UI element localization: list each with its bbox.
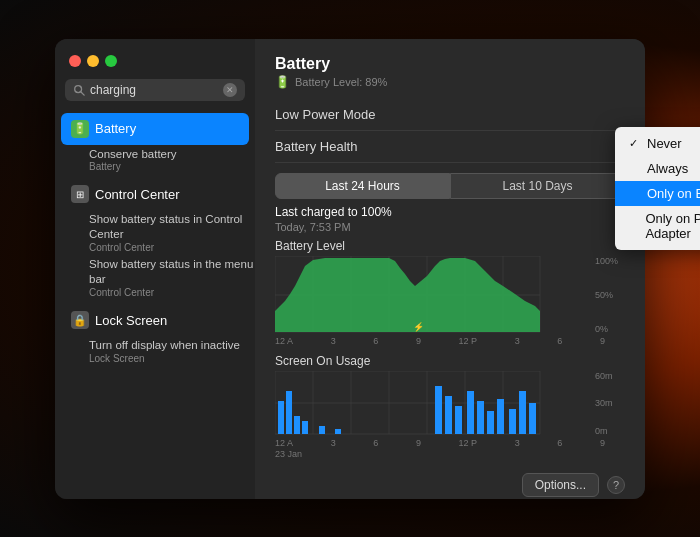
ux-4: 12 P (459, 438, 478, 448)
battery-sidebar-icon: 🔋 (71, 120, 89, 138)
dropdown-menu: ✓ Never Always Only on Battery Only on P… (615, 127, 700, 250)
bx-5: 3 (515, 336, 520, 346)
battery-health-label: Battery Health (275, 139, 357, 154)
svg-rect-39 (509, 409, 516, 434)
svg-rect-29 (302, 421, 308, 434)
svg-rect-37 (487, 411, 494, 434)
last-charged-label: Last charged to 100% (275, 205, 625, 219)
bx-0: 12 A (275, 336, 293, 346)
cc-sub2-desc: Control Center (89, 287, 255, 298)
battery-chart-container: ⚡ 100% 50% 0% 12 A 3 6 9 12 P 3 6 9 (275, 256, 625, 346)
bx-3: 9 (416, 336, 421, 346)
dropdown-item-always[interactable]: Always (615, 156, 700, 181)
usage-chart-container: 60m 30m 0m 12 A 3 6 9 12 P 3 6 9 23 Jan (275, 371, 625, 459)
cc-sub1-desc: Control Center (89, 242, 255, 253)
sidebar-item-lock-label: Lock Screen (95, 313, 167, 328)
lock-screen-sidebar-icon: 🔒 (71, 311, 89, 329)
svg-rect-32 (435, 386, 442, 434)
last-charged-time: Today, 7:53 PM (275, 221, 625, 233)
sidebar-item-lock-screen[interactable]: 🔒 Lock Screen (61, 304, 249, 336)
bx-1: 3 (331, 336, 336, 346)
maximize-button[interactable] (105, 55, 117, 67)
battery-y-labels: 100% 50% 0% (595, 256, 625, 334)
sidebar-item-control-center[interactable]: ⊞ Control Center (61, 178, 249, 210)
time-tabs: Last 24 Hours Last 10 Days (275, 173, 625, 199)
main-window: charging ✕ 🔋 Battery Conserve battery Ba… (55, 39, 645, 499)
traffic-lights (55, 55, 255, 79)
conserve-battery-text: Conserve battery (89, 147, 255, 162)
svg-marker-13 (275, 258, 540, 332)
tab-last-24-hours[interactable]: Last 24 Hours (275, 173, 450, 199)
tab-last-10-days[interactable]: Last 10 Days (450, 173, 625, 199)
sidebar-sub-conserve-battery[interactable]: Conserve battery Battery (55, 145, 255, 175)
help-button[interactable]: ? (607, 476, 625, 494)
sidebar-item-battery[interactable]: 🔋 Battery (61, 113, 249, 145)
bx-7: 9 (600, 336, 605, 346)
svg-rect-38 (497, 399, 504, 434)
conserve-battery-desc: Battery (89, 161, 255, 172)
svg-rect-28 (294, 416, 300, 434)
close-button[interactable] (69, 55, 81, 67)
battery-y-50: 50% (595, 290, 625, 300)
sidebar-sub-cc-2[interactable]: Show battery status in the menu bar Cont… (55, 255, 255, 300)
usage-y-0: 0m (595, 426, 625, 436)
usage-chart (275, 371, 560, 436)
ux-5: 3 (515, 438, 520, 448)
battery-level-chart-label: Battery Level (275, 239, 625, 253)
battery-y-100: 100% (595, 256, 625, 266)
search-bar[interactable]: charging ✕ (65, 79, 245, 101)
dropdown-item-never[interactable]: ✓ Never (615, 131, 700, 156)
ux-3: 9 (416, 438, 421, 448)
sidebar-sub-lock-1[interactable]: Turn off display when inactive Lock Scre… (55, 336, 255, 366)
search-clear-button[interactable]: ✕ (223, 83, 237, 97)
bx-4: 12 P (459, 336, 478, 346)
usage-y-60: 60m (595, 371, 625, 381)
dropdown-label-always: Always (647, 161, 688, 176)
chart-date-label: 23 Jan (275, 449, 625, 459)
svg-rect-27 (286, 391, 292, 434)
usage-chart-label: Screen On Usage (275, 354, 625, 368)
dropdown-item-power-adapter[interactable]: Only on Power Adapter (615, 206, 700, 246)
bottom-bar: Options... ? (275, 467, 625, 497)
ux-2: 6 (373, 438, 378, 448)
ux-6: 6 (557, 438, 562, 448)
bx-2: 6 (373, 336, 378, 346)
low-power-mode-row: Low Power Mode (275, 99, 625, 131)
usage-y-labels: 60m 30m 0m (595, 371, 625, 436)
sidebar-item-battery-header: 🔋 Battery (71, 117, 239, 141)
dropdown-item-only-battery[interactable]: Only on Battery (615, 181, 700, 206)
lock-sub1-text: Turn off display when inactive (89, 338, 255, 353)
svg-rect-35 (467, 391, 474, 434)
sidebar-item-cc-header: ⊞ Control Center (71, 182, 239, 206)
cc-sub1-text: Show battery status in Control Center (89, 212, 255, 242)
options-button[interactable]: Options... (522, 473, 599, 497)
search-input[interactable]: charging (90, 83, 218, 97)
svg-text:⚡: ⚡ (413, 321, 425, 333)
battery-level-chart: ⚡ (275, 256, 560, 334)
battery-x-labels: 12 A 3 6 9 12 P 3 6 9 (275, 336, 625, 346)
sidebar-item-cc-label: Control Center (95, 187, 180, 202)
battery-health-row: Battery Health (275, 131, 625, 163)
sidebar: charging ✕ 🔋 Battery Conserve battery Ba… (55, 39, 255, 499)
main-content: Battery 🔋 Battery Level: 89% Low Power M… (255, 39, 645, 499)
ux-1: 3 (331, 438, 336, 448)
lock-sub1-desc: Lock Screen (89, 353, 255, 364)
svg-rect-33 (445, 396, 452, 434)
usage-y-30: 30m (595, 398, 625, 408)
minimize-button[interactable] (87, 55, 99, 67)
dropdown-label-only-battery: Only on Battery (647, 186, 700, 201)
battery-level-line: 🔋 Battery Level: 89% (275, 75, 625, 89)
svg-rect-30 (319, 426, 325, 434)
never-checkmark: ✓ (629, 137, 641, 150)
sidebar-item-lock-header: 🔒 Lock Screen (71, 308, 239, 332)
low-power-mode-label: Low Power Mode (275, 107, 375, 122)
dropdown-label-power-adapter: Only on Power Adapter (645, 211, 700, 241)
battery-level-text: Battery Level: 89% (295, 76, 387, 88)
sidebar-section-battery: 🔋 Battery Conserve battery Battery (55, 111, 255, 177)
search-icon (73, 84, 85, 96)
sidebar-sub-cc-1[interactable]: Show battery status in Control Center Co… (55, 210, 255, 255)
sidebar-item-battery-label: Battery (95, 121, 136, 136)
battery-y-0: 0% (595, 324, 625, 334)
ux-0: 12 A (275, 438, 293, 448)
ux-7: 9 (600, 438, 605, 448)
